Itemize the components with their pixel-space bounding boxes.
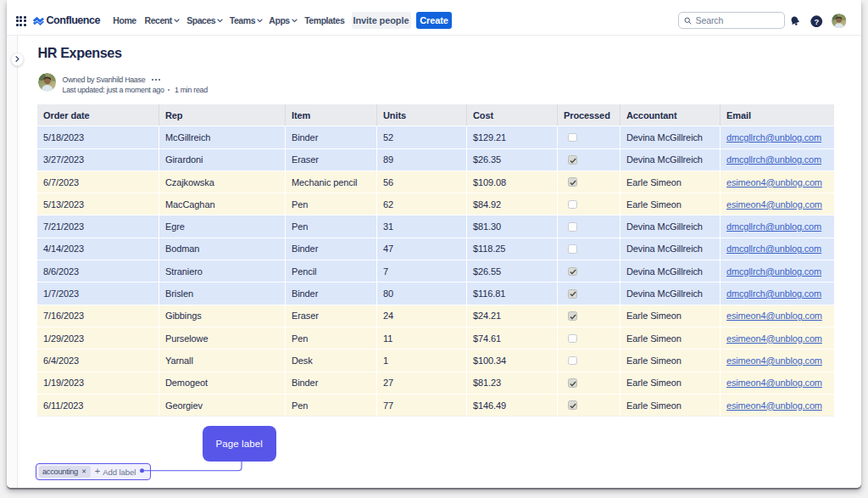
confluence-wordmark[interactable]: Confluence xyxy=(47,0,101,36)
table-header-row: Order dateRepItemUnitsCostProcessedAccou… xyxy=(37,104,834,126)
table-row: 6/11/2023GeorgievPen77$146.49Earle Simeo… xyxy=(37,394,834,417)
expand-sidebar-button[interactable] xyxy=(11,53,25,66)
table-row: 6/7/2023CzajkowskaMechanic pencil56$109.… xyxy=(37,171,834,193)
app-switcher-icon[interactable] xyxy=(16,16,26,26)
cell-order-date: 5/13/2023 xyxy=(37,193,159,215)
email-link[interactable]: dmcgllrch@unblog.com xyxy=(726,288,821,299)
bell-icon xyxy=(789,15,801,27)
remove-label-icon[interactable]: ✕ xyxy=(81,468,86,474)
add-label-button[interactable]: + Add label xyxy=(95,467,136,477)
cell-item: Pencil xyxy=(286,260,377,283)
notifications-button[interactable] xyxy=(789,0,801,36)
cell-order-date: 4/14/2023 xyxy=(37,238,159,260)
chevron-down-icon xyxy=(217,19,223,23)
cell-processed xyxy=(558,305,620,327)
column-header-processed: Processed xyxy=(558,104,620,126)
nav-item-spaces[interactable]: Spaces xyxy=(186,3,223,38)
cell-item: Eraser xyxy=(286,149,377,171)
cell-rep: McGillreich xyxy=(159,126,286,148)
cell-cost: $74.61 xyxy=(467,327,558,350)
plus-icon: + xyxy=(95,467,100,476)
cell-item: Eraser xyxy=(286,305,377,327)
processed-checkbox[interactable] xyxy=(568,267,577,277)
processed-checkbox[interactable] xyxy=(568,356,577,366)
expenses-table: Order dateRepItemUnitsCostProcessedAccou… xyxy=(37,104,834,417)
checkmark-icon xyxy=(570,403,576,409)
email-link[interactable]: esimeon4@unblog.com xyxy=(726,333,822,344)
confluence-window: Confluence HomeRecentSpacesTeamsAppsTemp… xyxy=(7,0,861,488)
cell-accountant: Devina McGillreich xyxy=(620,260,721,283)
cell-rep: Brislen xyxy=(159,283,286,305)
cell-order-date: 6/11/2023 xyxy=(37,394,159,417)
search-input[interactable]: Search xyxy=(678,12,785,29)
processed-checkbox[interactable] xyxy=(568,400,577,410)
chevron-down-icon xyxy=(257,19,263,23)
search-icon xyxy=(684,17,692,25)
search-placeholder: Search xyxy=(696,15,724,25)
cell-processed xyxy=(558,171,620,193)
cell-order-date: 3/27/2023 xyxy=(37,149,159,171)
email-link[interactable]: dmcgllrch@unblog.com xyxy=(726,221,821,232)
email-link[interactable]: esimeon4@unblog.com xyxy=(726,311,822,321)
user-avatar[interactable] xyxy=(832,0,847,36)
svg-text:?: ? xyxy=(814,16,819,25)
nav-item-teams[interactable]: Teams xyxy=(230,3,263,38)
confluence-logo-icon[interactable] xyxy=(33,16,44,26)
create-button[interactable]: Create xyxy=(416,12,452,29)
cell-cost: $26.55 xyxy=(467,260,558,283)
email-link[interactable]: dmcgllrch@unblog.com xyxy=(726,266,821,277)
cell-rep: Yarnall xyxy=(159,350,286,372)
processed-checkbox[interactable] xyxy=(568,378,577,388)
cell-rep: Georgiev xyxy=(159,394,286,417)
cell-rep: Czajkowska xyxy=(159,171,286,193)
cell-order-date: 1/29/2023 xyxy=(37,327,159,350)
email-link[interactable]: esimeon4@unblog.com xyxy=(726,355,822,366)
cell-units: 77 xyxy=(377,394,467,417)
cell-units: 24 xyxy=(377,305,467,327)
cell-email: esimeon4@unblog.com xyxy=(721,171,834,193)
processed-checkbox[interactable] xyxy=(568,133,577,143)
email-link[interactable]: esimeon4@unblog.com xyxy=(726,378,822,388)
cell-order-date: 1/19/2023 xyxy=(37,372,159,394)
help-button[interactable]: ? xyxy=(810,0,823,36)
processed-checkbox[interactable] xyxy=(568,200,577,210)
cell-accountant: Earle Simeon xyxy=(620,350,721,372)
cell-cost: $81.23 xyxy=(467,372,558,394)
cell-accountant: Devina McGillreich xyxy=(620,283,721,305)
email-link[interactable]: dmcgllrch@unblog.com xyxy=(726,132,821,143)
email-link[interactable]: dmcgllrch@unblog.com xyxy=(726,154,821,165)
processed-checkbox[interactable] xyxy=(568,334,577,344)
cell-cost: $116.81 xyxy=(467,283,558,305)
email-link[interactable]: esimeon4@unblog.com xyxy=(726,177,822,187)
column-header-item: Item xyxy=(286,104,377,126)
email-link[interactable]: esimeon4@unblog.com xyxy=(726,400,822,411)
cell-rep: MacCaghan xyxy=(159,193,286,215)
nav-item-recent[interactable]: Recent xyxy=(145,3,180,38)
email-link[interactable]: dmcgllrch@unblog.com xyxy=(726,243,821,254)
cell-rep: Bodman xyxy=(159,238,286,260)
table-row: 1/7/2023BrislenBinder80$116.81Devina McG… xyxy=(37,283,834,305)
table-row: 6/4/2023YarnallDesk1$100.34Earle Simeone… xyxy=(37,350,834,372)
invite-people-button[interactable]: Invite people xyxy=(352,12,411,29)
cell-email: esimeon4@unblog.com xyxy=(721,394,834,417)
nav-item-apps[interactable]: Apps xyxy=(269,3,297,38)
cell-processed xyxy=(558,283,620,305)
processed-checkbox[interactable] xyxy=(568,289,577,299)
nav-item-templates[interactable]: Templates xyxy=(304,3,344,38)
processed-checkbox[interactable] xyxy=(568,311,577,321)
processed-checkbox[interactable] xyxy=(568,155,577,165)
cell-accountant: Devina McGillreich xyxy=(620,215,721,238)
processed-checkbox[interactable] xyxy=(568,222,577,232)
owner-avatar-icon[interactable] xyxy=(38,73,57,92)
cell-units: 27 xyxy=(377,372,467,394)
more-actions-icon[interactable] xyxy=(152,79,159,81)
label-chip-accounting[interactable]: accounting ✕ xyxy=(39,466,91,478)
cell-processed xyxy=(558,149,620,171)
processed-checkbox[interactable] xyxy=(568,177,577,187)
cell-item: Binder xyxy=(286,372,377,394)
processed-checkbox[interactable] xyxy=(568,244,577,254)
last-updated-text[interactable]: Last updated: just a moment ago xyxy=(63,85,164,95)
nav-item-label: Teams xyxy=(230,15,255,25)
email-link[interactable]: esimeon4@unblog.com xyxy=(726,199,822,210)
nav-item-home[interactable]: Home xyxy=(113,3,136,38)
